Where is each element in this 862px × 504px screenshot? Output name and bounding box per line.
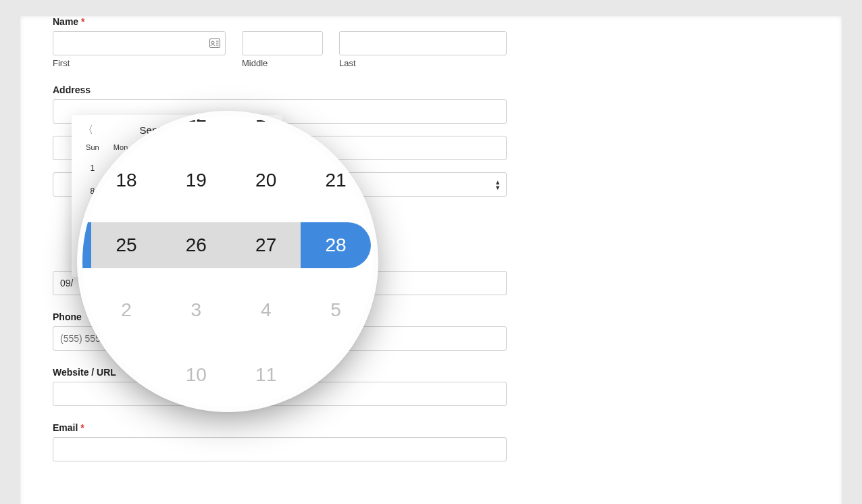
email-label-text: Email [53,422,78,433]
lens-day: 19 [161,157,231,203]
lens-day-range: 26 [161,222,231,268]
lens-day: 3 [161,287,231,333]
name-label-text: Name [53,16,78,27]
first-name-input[interactable] [53,31,226,55]
first-sublabel: First [53,58,226,68]
lens-day: 11 [231,352,301,398]
lens-day: 2 [91,287,161,333]
middle-name-input[interactable] [242,31,323,55]
dow-mon: Mon [107,141,135,154]
lens-day: 4 [231,287,301,333]
chevron-left-icon: 〈 [83,124,93,136]
lens-day-range: 27 [231,222,301,268]
cal-day[interactable]: 1 [78,159,107,177]
dow-sun: Sun [78,141,107,154]
middle-sublabel: Middle [242,58,323,68]
email-label: Email * [53,422,809,433]
lens-day: 20 [231,157,301,203]
calendar-prev-button[interactable]: 〈 [81,123,95,136]
lens-day-range-end: 28 [301,222,370,268]
lens-day: 10 [161,352,231,398]
address-label: Address [53,84,809,95]
lens-day-range: 25 [91,222,161,268]
email-required: * [80,422,84,433]
name-label: Name * [53,16,809,27]
email-input[interactable] [53,437,507,461]
last-name-input[interactable] [339,31,507,55]
calendar-magnifier: 11 12 13 17 18 19 20 21 24 25 26 27 [82,116,373,407]
last-sublabel: Last [339,58,507,68]
name-required: * [81,16,84,27]
